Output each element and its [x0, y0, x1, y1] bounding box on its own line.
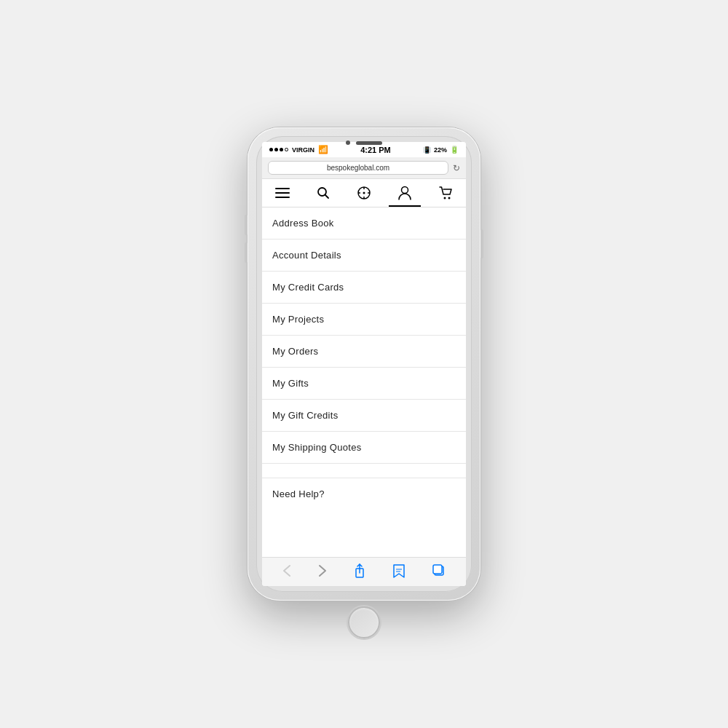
battery-percent: 22%	[434, 146, 447, 154]
menu-item-label: Need Help?	[272, 488, 325, 499]
menu-list: Address Book Account Details My Credit C…	[262, 207, 466, 557]
signal-dot-1	[269, 148, 273, 151]
svg-point-13	[448, 197, 451, 199]
url-text: bespokeglobal.com	[327, 164, 389, 172]
battery-icon: 🔋	[450, 146, 459, 154]
url-bar[interactable]: bespokeglobal.com	[268, 161, 448, 175]
tabs-button[interactable]	[428, 563, 450, 581]
menu-item-label: My Projects	[272, 314, 324, 325]
forward-button[interactable]	[314, 563, 331, 581]
speaker-grill	[356, 141, 382, 145]
home-button[interactable]	[348, 606, 380, 638]
menu-item-label: My Shipping Quotes	[272, 442, 361, 453]
menu-item-my-orders[interactable]: My Orders	[262, 336, 466, 368]
crosshair-icon	[356, 185, 372, 201]
status-left: VIRGIN 📶	[269, 145, 328, 154]
nav-crosshair-button[interactable]	[344, 179, 384, 207]
carrier-label: VIRGIN	[292, 146, 314, 154]
svg-rect-0	[275, 188, 290, 189]
phone-screen: VIRGIN 📶 4:21 PM 📳 22% 🔋 bespokeglobal.c…	[262, 142, 466, 586]
menu-item-label: Address Book	[272, 218, 334, 229]
signal-dot-3	[280, 148, 283, 151]
volume-down-button	[245, 242, 248, 263]
bottom-browser-bar	[262, 557, 466, 586]
signal-dot-4	[285, 148, 288, 151]
menu-item-need-help[interactable]: Need Help?	[262, 478, 466, 510]
nav-icons-bar	[262, 179, 466, 207]
nav-search-button[interactable]	[303, 179, 344, 207]
svg-line-4	[325, 195, 329, 199]
search-icon	[315, 185, 331, 201]
account-icon	[397, 185, 413, 201]
menu-item-my-credit-cards[interactable]: My Credit Cards	[262, 272, 466, 304]
menu-item-label: My Gift Credits	[272, 410, 338, 421]
svg-point-6	[363, 192, 365, 194]
wifi-icon: 📶	[318, 145, 328, 154]
menu-item-label: My Orders	[272, 346, 318, 357]
menu-item-label: My Credit Cards	[272, 282, 344, 293]
bluetooth-icon: 📳	[423, 146, 431, 154]
phone-inner-frame: VIRGIN 📶 4:21 PM 📳 22% 🔋 bespokeglobal.c…	[256, 136, 472, 592]
power-button	[480, 229, 483, 258]
menu-item-my-projects[interactable]: My Projects	[262, 304, 466, 336]
signal-dot-2	[274, 148, 278, 151]
back-button[interactable]	[278, 563, 296, 581]
bookmarks-button[interactable]	[388, 562, 410, 582]
menu-item-my-gifts[interactable]: My Gifts	[262, 368, 466, 400]
menu-item-account-details[interactable]: Account Details	[262, 240, 466, 272]
svg-rect-1	[275, 192, 290, 194]
browser-bar: bespokeglobal.com ↻	[262, 157, 466, 179]
phone-frame: VIRGIN 📶 4:21 PM 📳 22% 🔋 bespokeglobal.c…	[248, 127, 480, 601]
menu-item-label: Account Details	[272, 250, 341, 261]
status-right: 📳 22% 🔋	[423, 146, 459, 154]
svg-point-12	[444, 197, 446, 199]
hamburger-icon	[274, 185, 290, 201]
cart-icon	[438, 185, 454, 201]
svg-rect-2	[275, 197, 290, 198]
refresh-button[interactable]: ↻	[453, 163, 460, 173]
phone-top-notch	[346, 141, 382, 145]
nav-menu-button[interactable]	[262, 179, 303, 207]
menu-item-my-gift-credits[interactable]: My Gift Credits	[262, 400, 466, 432]
svg-rect-19	[433, 565, 442, 574]
nav-account-button[interactable]	[384, 179, 425, 207]
nav-cart-button[interactable]	[425, 179, 466, 207]
menu-item-my-shipping-quotes[interactable]: My Shipping Quotes	[262, 432, 466, 464]
volume-up-button	[245, 215, 248, 235]
menu-item-address-book[interactable]: Address Book	[262, 207, 466, 240]
menu-item-label: My Gifts	[272, 378, 309, 389]
status-time: 4:21 PM	[360, 146, 391, 154]
front-camera	[346, 141, 350, 145]
share-button[interactable]	[349, 562, 371, 582]
menu-spacer	[262, 464, 466, 478]
svg-point-11	[402, 187, 408, 194]
